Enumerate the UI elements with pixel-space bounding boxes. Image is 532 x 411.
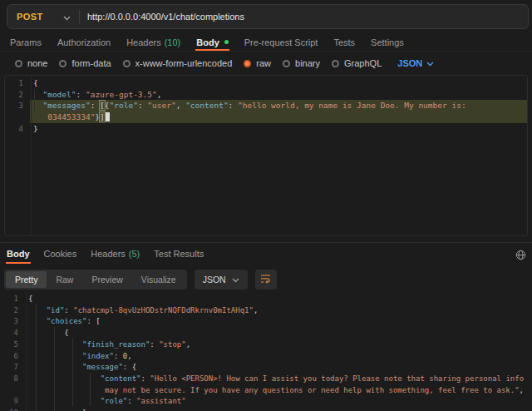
- line-number: 3: [0, 316, 25, 328]
- radio-icon: [123, 60, 131, 67]
- request-tab-settings[interactable]: Settings: [370, 33, 405, 51]
- code-line: 5"finish_reason": "stop",: [0, 339, 532, 351]
- request-tab-tests[interactable]: Tests: [332, 33, 356, 51]
- line-number: 6: [0, 351, 25, 363]
- code-line: 4}: [5, 123, 527, 135]
- unsaved-changes-dot: [224, 40, 229, 44]
- line-number: 9: [0, 396, 25, 408]
- code-line: 10}: [0, 408, 532, 411]
- body-mode-x-www-form-urlencoded[interactable]: x-www-form-urlencoded: [123, 58, 233, 68]
- body-mode-label: binary: [295, 58, 320, 68]
- body-format-select[interactable]: JSON: [397, 58, 434, 68]
- body-format-label: JSON: [397, 58, 422, 68]
- request-tab-params[interactable]: Params: [9, 33, 42, 51]
- code-text: "role": "assistant": [25, 396, 532, 408]
- tab-label: Authorization: [57, 37, 111, 47]
- tab-label: Cookies: [44, 249, 77, 259]
- code-line: 8"content": "Hello <PERSON>! How can I a…: [0, 374, 532, 396]
- tab-label: Body: [7, 249, 30, 259]
- code-text: {: [25, 328, 532, 339]
- tab-label: Tests: [333, 37, 355, 47]
- response-toolbar: PrettyRawPreviewVisualize JSON: [4, 268, 277, 290]
- radio-icon: [15, 60, 22, 67]
- request-tab-pre-request-script[interactable]: Pre-request Script: [244, 33, 319, 51]
- code-text: "content": "Hello <PERSON>! How can I as…: [25, 374, 532, 396]
- request-tab-body[interactable]: Body: [195, 33, 229, 51]
- code-text: "finish_reason": "stop",: [25, 339, 532, 351]
- body-mode-label: raw: [256, 58, 271, 68]
- code-line: 6"index": 0,: [0, 351, 532, 363]
- response-tabs: BodyCookiesHeaders(5)Test Results: [0, 242, 532, 264]
- code-text: }: [25, 408, 532, 411]
- tab-label: Settings: [371, 37, 404, 47]
- response-tab-body[interactable]: Body: [6, 243, 31, 264]
- body-mode-raw[interactable]: raw: [244, 58, 271, 68]
- tab-label: Body: [196, 37, 219, 47]
- globe-icon[interactable]: [514, 248, 527, 261]
- wrap-lines-icon: [260, 272, 271, 287]
- view-raw[interactable]: Raw: [47, 271, 82, 288]
- view-preview[interactable]: Preview: [82, 271, 131, 288]
- line-number: 3: [5, 100, 30, 111]
- body-mode-binary[interactable]: binary: [283, 58, 320, 68]
- request-tab-authorization[interactable]: Authorization: [57, 33, 111, 51]
- response-tab-headers[interactable]: Headers(5): [90, 243, 140, 264]
- tab-count-badge: (5): [129, 249, 140, 259]
- url-input[interactable]: http://0.0.0.0:4000/v1/chat/completions: [87, 12, 244, 22]
- line-number: 2: [5, 89, 30, 101]
- tab-label: Headers: [91, 249, 126, 259]
- line-number: 4: [5, 123, 30, 135]
- indent-guide: [34, 89, 35, 112]
- response-tab-test-results[interactable]: Test Results: [153, 243, 204, 264]
- indent-guide: [54, 327, 55, 411]
- response-format-select[interactable]: JSON: [195, 270, 248, 290]
- line-number: 5: [0, 339, 25, 351]
- line-number: 4: [0, 328, 25, 339]
- radio-icon: [332, 60, 339, 67]
- tab-label: Headers: [126, 37, 161, 47]
- code-line: 2"model": "azure-gpt-3.5",: [5, 89, 527, 101]
- request-body-editor[interactable]: 1{2"model": "azure-gpt-3.5",3"messages":…: [4, 75, 528, 236]
- indent-guide: [72, 339, 73, 406]
- chevron-down-icon: [426, 58, 434, 68]
- code-text: }: [30, 123, 527, 135]
- response-view-switcher: PrettyRawPreviewVisualize: [4, 270, 187, 290]
- code-text: {: [30, 77, 527, 89]
- view-visualize[interactable]: Visualize: [132, 271, 185, 288]
- body-mode-form-data[interactable]: form-data: [59, 58, 111, 68]
- body-mode-graphql[interactable]: GraphQL: [332, 58, 382, 68]
- view-pretty[interactable]: Pretty: [6, 271, 47, 288]
- wrap-lines-button[interactable]: [255, 270, 277, 290]
- gutter-divider: [26, 292, 27, 411]
- tab-label: Params: [10, 37, 42, 47]
- chevron-down-icon: [232, 275, 239, 285]
- code-line: 9"role": "assistant": [0, 396, 532, 408]
- indent-guide: [90, 373, 91, 406]
- body-mode-label: x-www-form-urlencoded: [135, 58, 233, 68]
- code-text: "model": "azure-gpt-3.5",: [30, 89, 527, 101]
- radio-icon: [244, 60, 251, 67]
- body-mode-none[interactable]: none: [15, 58, 47, 68]
- response-format-label: JSON: [203, 275, 226, 285]
- code-text: "message": {: [25, 362, 532, 374]
- url-bar-divider: [79, 10, 80, 23]
- response-tab-cookies[interactable]: Cookies: [43, 243, 78, 264]
- request-tab-headers[interactable]: Headers(10): [126, 33, 181, 51]
- http-method-select[interactable]: POST: [7, 5, 79, 28]
- response-body-editor[interactable]: 1{2"id": "chatcmpl-8qvUzHODstrNQFDdRkrnv…: [0, 292, 532, 411]
- tab-count-badge: (10): [165, 37, 181, 47]
- http-method-label: POST: [17, 12, 43, 22]
- code-text: "id": "chatcmpl-8qvUzHODstrNQFDdRkrnv0mI…: [25, 305, 532, 317]
- code-text: "index": 0,: [25, 351, 532, 363]
- code-line: 3"choices": [: [0, 316, 532, 328]
- request-code-lines: 1{2"model": "azure-gpt-3.5",3"messages":…: [5, 77, 527, 135]
- tab-label: Test Results: [154, 249, 204, 259]
- indent-guide: [36, 304, 37, 411]
- gutter-divider: [31, 76, 32, 235]
- line-number: 2: [0, 305, 25, 317]
- line-number: 8: [0, 374, 25, 385]
- radio-icon: [59, 60, 66, 67]
- code-text: "choices": [: [25, 316, 532, 328]
- api-client-window: POST http://0.0.0.0:4000/v1/chat/complet…: [0, 0, 532, 411]
- text-cursor: [106, 112, 110, 121]
